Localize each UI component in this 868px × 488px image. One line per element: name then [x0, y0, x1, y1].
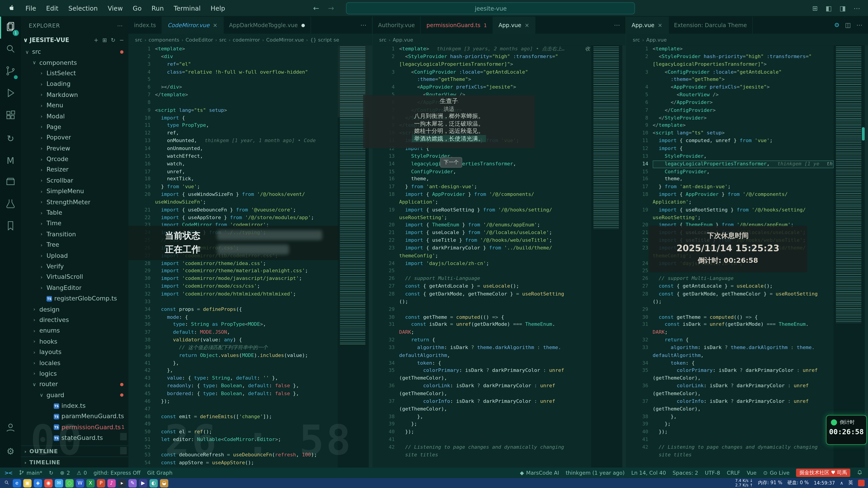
taskbar-excel[interactable]: X — [86, 479, 95, 487]
activity-toolbox[interactable] — [0, 171, 21, 194]
nav-forward-icon[interactable]: → — [328, 4, 334, 12]
breadcrumb[interactable]: src›components›CodeEditor›src›codemirror… — [128, 34, 372, 45]
code-line[interactable]: <script lang="ts" setup> — [653, 130, 834, 137]
code-line[interactable] — [653, 306, 834, 314]
code-line[interactable]: import 'codemirror/mode/htmlmixed/htmlmi… — [155, 291, 338, 298]
code-line[interactable]: (getThemeColor), — [653, 390, 834, 398]
more-actions-icon[interactable]: ⋯ — [360, 22, 366, 29]
menu-help[interactable]: Help — [206, 4, 230, 12]
tree-item-guard[interactable]: ∨guard — [21, 390, 128, 400]
code-line[interactable]: import 'dayjs/locale/zh-cn'; — [399, 260, 591, 267]
code-line[interactable]: } from 'ant-design-vue'; — [653, 183, 834, 191]
close-icon[interactable]: × — [213, 22, 217, 28]
tree-item-Markdown[interactable]: ›Markdown — [21, 90, 128, 100]
close-icon[interactable]: × — [525, 22, 529, 28]
tree-item-Modal[interactable]: ›Modal — [21, 111, 128, 122]
code-line[interactable]: theme, — [653, 175, 834, 183]
new-file-icon[interactable]: + — [94, 37, 98, 43]
code-line[interactable]: token: { — [399, 359, 591, 367]
code-line[interactable]: class="relative !h-full w-full overflow-… — [155, 68, 338, 76]
tree-item-Time[interactable]: ›Time — [21, 218, 128, 229]
taskbar-game-center[interactable]: ◒ — [160, 479, 168, 487]
tab-extension-darcula-theme[interactable]: Extension: Darcula Theme — [669, 17, 753, 34]
code-line[interactable]: <ConfigProvider :locale="getAntdLocale" — [653, 68, 834, 76]
status-cursor-position[interactable]: Ln 14, Col 40 — [631, 470, 666, 476]
code-line[interactable]: import { useDebounceFn } from '@vueuse/c… — [155, 206, 338, 214]
command-center-search[interactable]: jeesite-vue — [346, 2, 635, 14]
activity-testing[interactable] — [0, 194, 21, 216]
tab-codemirror-vue[interactable]: CodeMirror.vue× — [162, 17, 223, 34]
code-line[interactable]: const props = defineProps({ — [155, 306, 338, 314]
code-line[interactable]: onUnmounted, — [155, 145, 338, 153]
status-notifications-bell[interactable] — [857, 469, 862, 476]
status-blame-author[interactable]: thinkgem (1 year ago) — [566, 470, 625, 476]
tree-item-enums[interactable]: ›enums — [21, 325, 128, 336]
code-line[interactable]: <script lang="ts" setup> — [155, 107, 338, 114]
code-line[interactable] — [155, 405, 338, 413]
code-line[interactable]: ref="el" — [155, 61, 338, 68]
code-line[interactable]: }); — [399, 428, 591, 436]
code-line[interactable]: const getTheme = computed(() => { — [399, 313, 591, 321]
code-line[interactable]: <template> — [653, 45, 834, 53]
countdown-widget[interactable]: 倒计时 00:26:58 — [826, 415, 867, 445]
taskbar-start-search[interactable] — [2, 479, 11, 487]
code-line[interactable]: }); — [653, 428, 834, 436]
code-line[interactable]: useRootSetting'; — [399, 214, 591, 222]
tab-app-vue[interactable]: App.vue× — [493, 17, 535, 34]
code-line[interactable]: nextTick, — [155, 175, 338, 183]
code-line[interactable] — [155, 76, 338, 84]
code-line[interactable]: }, — [155, 367, 338, 375]
code-line[interactable]: <StyleProvider hash-priority="high" :tra… — [399, 53, 591, 61]
code-line[interactable]: (); — [653, 298, 834, 306]
code-line[interactable]: token: { — [653, 359, 834, 367]
code-line[interactable]: </StyleProvider> — [653, 114, 834, 122]
explorer-more-icon[interactable]: ⋯ — [117, 22, 123, 29]
tree-item-Preview[interactable]: ›Preview — [21, 143, 128, 154]
tab-index-ts[interactable]: index.ts — [128, 17, 162, 34]
minimap[interactable] — [591, 45, 622, 468]
new-folder-icon[interactable]: ⊞ — [102, 37, 107, 43]
code-line[interactable]: type: String as PropType<MODE>, — [155, 321, 338, 329]
code-line[interactable]: ></div> — [155, 84, 338, 91]
code-line[interactable] — [399, 306, 591, 314]
code-line[interactable]: const { getDarkMode, getThemeColor } = u… — [653, 291, 834, 298]
menu-view[interactable]: View — [103, 4, 128, 12]
code-line[interactable]: ConfigProvider, — [653, 168, 834, 175]
tree-item-design[interactable]: ›design — [21, 304, 128, 315]
code-line[interactable]: DARK; — [653, 329, 834, 336]
code-line[interactable]: <template>thinkgem [3 years, 2 months ag… — [399, 45, 591, 53]
tree-item-Resizer[interactable]: ›Resizer — [21, 164, 128, 175]
code-line[interactable]: const isDark = unref(getDarkMode) === Th… — [653, 321, 834, 329]
code-line[interactable]: <RouterView /> — [653, 91, 834, 99]
activity-bookmarks[interactable] — [0, 216, 21, 238]
code-line[interactable]: (getThemeColor), — [653, 375, 834, 383]
code-line[interactable] — [399, 267, 591, 275]
status-problems-errors[interactable]: ⊗2 — [60, 470, 70, 476]
code-line[interactable]: watchEffect, — [155, 153, 338, 160]
taskbar-word[interactable]: W — [76, 479, 84, 487]
more-actions-icon[interactable]: ⋯ — [614, 22, 620, 29]
code-line[interactable]: colorInfo: isDark ? darkPrimaryColor : u… — [399, 398, 591, 405]
refresh-icon[interactable]: ↻ — [111, 37, 116, 43]
tree-item-src[interactable]: ∨src — [21, 46, 128, 57]
code-line[interactable]: StyleProvider, — [399, 153, 591, 160]
code-line[interactable]: :theme="getTheme"> — [653, 76, 834, 84]
activity-sync[interactable]: ↻ — [0, 127, 21, 149]
code-line[interactable] — [653, 436, 834, 444]
minimap[interactable] — [834, 45, 865, 468]
code-line[interactable]: import { ThemeEnum } from '/@/enums/appE… — [399, 222, 591, 229]
code-line[interactable]: import { useWindowSizeFn } from '/@/hook… — [155, 191, 338, 199]
activity-run-debug[interactable] — [0, 83, 21, 105]
code-line[interactable]: }; — [653, 421, 834, 428]
tree-item-Qrcode[interactable]: ›Qrcode — [21, 154, 128, 164]
code-line[interactable]: StyleProvider, — [653, 153, 834, 160]
scrollbar[interactable] — [865, 45, 868, 468]
code-line[interactable]: }, — [653, 413, 834, 421]
status-remote-indicator[interactable]: >< — [4, 470, 12, 476]
taskbar-powerpoint[interactable]: P — [97, 479, 105, 487]
code-line[interactable]: <div — [155, 53, 338, 61]
project-root-row[interactable]: ∨ JEESITE-VUE +⊞↻− — [21, 34, 128, 45]
more-actions-icon[interactable]: ⋯ — [857, 22, 863, 29]
code-line[interactable]: default: MODE.JSON, — [155, 329, 338, 336]
code-line[interactable]: import { AppProvider } from '/@/componen… — [399, 191, 591, 199]
